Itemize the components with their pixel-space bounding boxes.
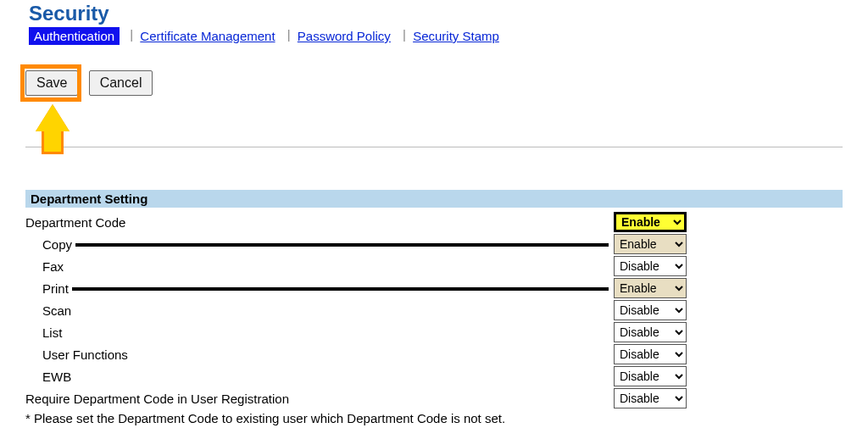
tab-separator: | (130, 27, 133, 42)
cancel-button[interactable]: Cancel (89, 70, 153, 96)
row-scan: Scan Disable Enable (25, 299, 843, 321)
tab-certificate-management[interactable]: Certificate Management (138, 27, 276, 45)
tab-separator: | (287, 27, 291, 42)
horizontal-rule (25, 147, 843, 147)
tab-password-policy[interactable]: Password Policy (296, 27, 392, 45)
save-button[interactable]: Save (25, 70, 78, 96)
select-department-code[interactable]: Enable Disable (614, 212, 687, 232)
row-fax: Fax Disable Enable (25, 255, 843, 277)
action-bar: Save Cancel (25, 70, 843, 113)
row-department-code: Department Code Enable Disable (25, 211, 843, 233)
label-department-code: Department Code (25, 215, 125, 230)
label-scan: Scan (25, 303, 71, 318)
tab-bar: Authentication | Certificate Management … (25, 27, 843, 45)
row-ewb: EWB Disable Enable (25, 365, 843, 387)
select-user-functions[interactable]: Disable Enable (614, 344, 687, 364)
tab-security-stamp[interactable]: Security Stamp (411, 27, 501, 45)
row-user-functions: User Functions Disable Enable (25, 343, 843, 365)
select-copy[interactable]: Enable Disable (614, 234, 687, 254)
page-title: Security (25, 0, 843, 25)
label-copy: Copy (25, 237, 72, 252)
label-fax: Fax (25, 259, 64, 274)
select-fax[interactable]: Disable Enable (614, 256, 687, 276)
select-ewb[interactable]: Disable Enable (614, 366, 687, 386)
row-copy: Copy Enable Disable (25, 233, 843, 255)
select-scan[interactable]: Disable Enable (614, 300, 687, 320)
row-print: Print Enable Disable (25, 277, 843, 299)
label-print: Print (25, 281, 69, 296)
tab-separator: | (403, 27, 406, 42)
arrow-annotation-icon (36, 104, 70, 151)
label-require-code: Require Department Code in User Registra… (25, 392, 289, 406)
tab-authentication[interactable]: Authentication (29, 27, 120, 45)
department-setting-section: Department Setting Department Code Enabl… (25, 190, 843, 439)
select-print[interactable]: Enable Disable (614, 278, 687, 298)
section-header: Department Setting (25, 190, 843, 208)
label-ewb: EWB (25, 370, 71, 384)
label-list: List (25, 325, 62, 340)
row-require-code: Require Department Code in User Registra… (25, 387, 843, 409)
row-list: List Disable Enable (25, 321, 843, 343)
note-text: * Please set the Department Code to exis… (25, 411, 843, 425)
select-require-code[interactable]: Disable Enable (614, 388, 687, 408)
label-user-functions: User Functions (25, 347, 128, 362)
select-list[interactable]: Disable Enable (614, 322, 687, 342)
